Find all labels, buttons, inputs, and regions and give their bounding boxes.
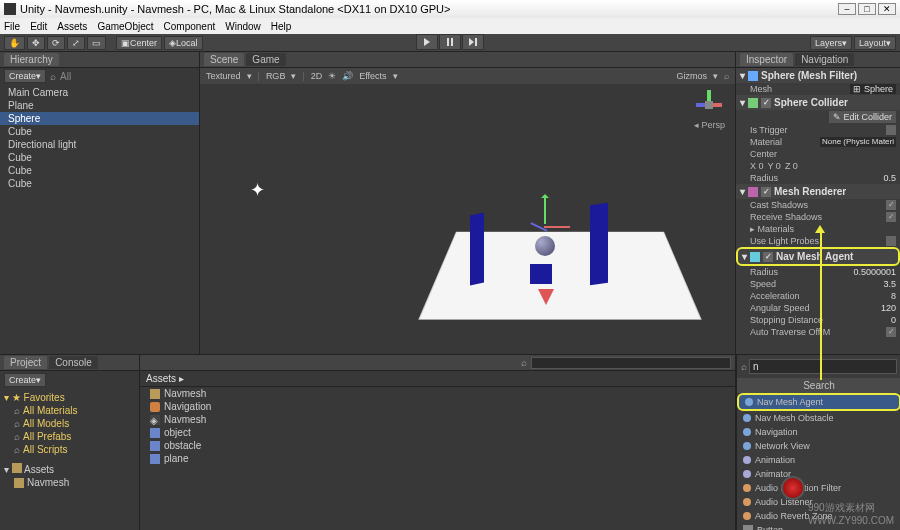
- step-button[interactable]: [462, 34, 484, 50]
- scene-toolbar: Textured▾ | RGB▾ | 2D ☀ 🔊 Effects▾ Gizmo…: [200, 68, 735, 84]
- receive-shadows-checkbox[interactable]: ✓: [886, 212, 896, 222]
- rect-tool-button[interactable]: ▭: [87, 36, 106, 50]
- layers-dropdown[interactable]: Layers ▾: [810, 36, 852, 50]
- layout-dropdown[interactable]: Layout ▾: [854, 36, 896, 50]
- asset-item[interactable]: ◈Navmesh: [140, 413, 735, 426]
- favorite-item[interactable]: All Materials: [4, 404, 135, 417]
- search-icon[interactable]: [50, 71, 56, 82]
- hierarchy-item[interactable]: Cube: [0, 164, 199, 177]
- mesh-renderer-header[interactable]: ▾ ✓ Mesh Renderer: [736, 184, 900, 199]
- physic-material-field[interactable]: None (Physic Materi: [820, 137, 896, 147]
- menu-gameobject[interactable]: GameObject: [97, 21, 153, 32]
- hierarchy-item[interactable]: Cube: [0, 151, 199, 164]
- audio-toggle[interactable]: 🔊: [342, 71, 353, 81]
- rotate-tool-button[interactable]: ⟳: [47, 36, 65, 50]
- cast-shadows-checkbox[interactable]: ✓: [886, 200, 896, 210]
- nav-mesh-agent-header[interactable]: ▾ ✓ Nav Mesh Agent: [736, 247, 900, 266]
- project-create-dropdown[interactable]: Create ▾: [4, 373, 46, 387]
- hierarchy-item-selected[interactable]: Sphere: [0, 112, 199, 125]
- 2d-toggle[interactable]: 2D: [311, 71, 323, 81]
- scene-search-icon[interactable]: [724, 71, 729, 81]
- component-icon: [743, 525, 753, 530]
- pivot-center-button[interactable]: ▣ Center: [116, 36, 162, 50]
- navigation-tab[interactable]: Navigation: [795, 53, 854, 66]
- component-menu-item[interactable]: Navigation: [737, 425, 900, 439]
- component-menu-item[interactable]: Animation: [737, 453, 900, 467]
- menu-help[interactable]: Help: [271, 21, 292, 32]
- shading-dropdown[interactable]: Textured: [206, 71, 241, 81]
- scene-viewport[interactable]: ✦ ◂ Persp: [200, 84, 735, 354]
- menu-file[interactable]: File: [4, 21, 20, 32]
- assets-search-input[interactable]: [531, 357, 731, 369]
- maximize-button[interactable]: □: [858, 3, 876, 15]
- scale-tool-button[interactable]: ⤢: [67, 36, 85, 50]
- asset-item[interactable]: Navigation: [140, 400, 735, 413]
- hierarchy-panel: Hierarchy Create ▾ All Main Camera Plane…: [0, 52, 200, 354]
- effects-dropdown[interactable]: Effects: [359, 71, 386, 81]
- edit-collider-button[interactable]: ✎ Edit Collider: [829, 111, 896, 123]
- auto-traverse-checkbox[interactable]: ✓: [886, 327, 896, 337]
- window-title: Unity - Navmesh.unity - Navmesh - PC, Ma…: [20, 3, 450, 15]
- hierarchy-item[interactable]: Cube: [0, 177, 199, 190]
- move-tool-button[interactable]: ✥: [27, 36, 45, 50]
- component-search-input[interactable]: [749, 359, 897, 374]
- hierarchy-tab[interactable]: Hierarchy: [4, 53, 59, 66]
- inspector-tab[interactable]: Inspector: [740, 53, 793, 66]
- play-button[interactable]: [416, 34, 438, 50]
- component-menu-item[interactable]: Nav Mesh Obstacle: [737, 411, 900, 425]
- pause-icon: [447, 38, 453, 46]
- favorite-item[interactable]: All Prefabs: [4, 430, 135, 443]
- scene-tab[interactable]: Scene: [204, 53, 244, 66]
- sphere-collider-header[interactable]: ▾ ✓ Sphere Collider: [736, 95, 900, 110]
- cube-object: [590, 203, 608, 286]
- asset-item[interactable]: Navmesh: [140, 387, 735, 400]
- hierarchy-item[interactable]: Main Camera: [0, 86, 199, 99]
- component-menu-item[interactable]: Network View: [737, 439, 900, 453]
- component-menu-item[interactable]: Animator: [737, 467, 900, 481]
- assets-search-icon[interactable]: [521, 357, 527, 368]
- agent-stop-field[interactable]: 0: [891, 315, 896, 325]
- asset-item[interactable]: obstacle: [140, 439, 735, 452]
- assets-header[interactable]: ▾ Assets: [4, 462, 135, 476]
- component-icon: [743, 428, 751, 436]
- hand-tool-button[interactable]: ✋: [4, 36, 25, 50]
- rgb-dropdown[interactable]: RGB: [266, 71, 286, 81]
- hierarchy-create-dropdown[interactable]: Create ▾: [4, 69, 46, 83]
- gizmos-dropdown[interactable]: Gizmos: [676, 71, 707, 81]
- favorites-header[interactable]: ▾ ★ Favorites: [4, 391, 135, 404]
- watermark-text: 990游戏素材网WWW.ZY990.COM: [808, 501, 894, 526]
- asset-item[interactable]: object: [140, 426, 735, 439]
- hierarchy-item[interactable]: Cube: [0, 125, 199, 138]
- asset-item[interactable]: plane: [140, 452, 735, 465]
- minimize-button[interactable]: –: [838, 3, 856, 15]
- menu-assets[interactable]: Assets: [57, 21, 87, 32]
- component-menu-item[interactable]: Audio Distortion Filter: [737, 481, 900, 495]
- menu-edit[interactable]: Edit: [30, 21, 47, 32]
- close-button[interactable]: ✕: [878, 3, 896, 15]
- agent-accel-field[interactable]: 8: [891, 291, 896, 301]
- assets-folder-item[interactable]: Navmesh: [4, 476, 135, 489]
- menu-window[interactable]: Window: [225, 21, 261, 32]
- agent-speed-field[interactable]: 3.5: [883, 279, 896, 289]
- menu-component[interactable]: Component: [164, 21, 216, 32]
- lighting-toggle[interactable]: ☀: [328, 71, 336, 81]
- mesh-field[interactable]: ⊞ Sphere: [850, 84, 896, 94]
- favorite-item[interactable]: All Models: [4, 417, 135, 430]
- hierarchy-item[interactable]: Plane: [0, 99, 199, 112]
- component-menu-item-selected[interactable]: Nav Mesh Agent: [737, 393, 900, 411]
- assets-breadcrumb[interactable]: Assets ▸: [140, 371, 735, 387]
- pause-button[interactable]: [439, 34, 461, 50]
- hierarchy-item[interactable]: Directional light: [0, 138, 199, 151]
- pivot-local-button[interactable]: ◈ Local: [164, 36, 203, 50]
- project-tab[interactable]: Project: [4, 356, 47, 369]
- light-probes-checkbox[interactable]: [886, 236, 896, 246]
- is-trigger-checkbox[interactable]: [886, 125, 896, 135]
- favorite-item[interactable]: All Scripts: [4, 443, 135, 456]
- mesh-filter-header[interactable]: ▾ Sphere (Mesh Filter): [736, 68, 900, 83]
- transform-gizmo[interactable]: [530, 214, 560, 244]
- console-tab[interactable]: Console: [49, 356, 98, 369]
- agent-angular-field[interactable]: 120: [881, 303, 896, 313]
- game-tab[interactable]: Game: [246, 53, 285, 66]
- agent-radius-field[interactable]: 0.5000001: [853, 267, 896, 277]
- view-cube[interactable]: ◂ Persp: [694, 90, 725, 130]
